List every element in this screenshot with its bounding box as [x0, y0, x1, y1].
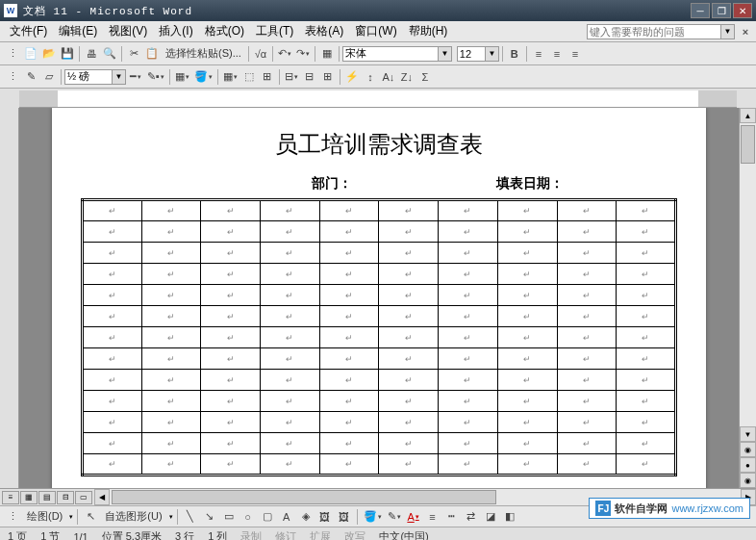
scroll-up-button[interactable]: ▲ — [740, 108, 756, 123]
table-cell[interactable]: ↵ — [261, 264, 320, 285]
table-icon[interactable]: ▦ — [318, 45, 336, 63]
web-view-icon[interactable]: ▦ — [20, 491, 38, 504]
table-cell[interactable]: ↵ — [379, 370, 439, 391]
menu-view[interactable]: 视图(V) — [103, 21, 153, 41]
table-cell[interactable]: ↵ — [83, 221, 142, 243]
table-cell[interactable]: ↵ — [201, 221, 261, 243]
table-cell[interactable]: ↵ — [497, 391, 557, 412]
table-cell[interactable]: ↵ — [439, 370, 498, 391]
table-cell[interactable]: ↵ — [617, 221, 676, 243]
menu-insert[interactable]: 插入(I) — [153, 21, 198, 41]
table-cell[interactable]: ↵ — [319, 243, 379, 264]
table-cell[interactable]: ↵ — [141, 306, 201, 327]
table-cell[interactable]: ↵ — [261, 348, 320, 370]
table-cell[interactable]: ↵ — [439, 391, 498, 412]
table-cell[interactable]: ↵ — [319, 370, 379, 391]
table-cell[interactable]: ↵ — [261, 285, 320, 306]
align-center-icon[interactable]: ≡ — [548, 45, 566, 63]
fill-color-icon[interactable]: 🪣▾ — [362, 508, 384, 526]
table-cell[interactable]: ↵ — [201, 200, 261, 221]
table-cell[interactable]: ↵ — [617, 200, 676, 221]
size-dropdown[interactable]: ▼ — [486, 46, 499, 62]
table-cell[interactable]: ↵ — [141, 412, 201, 433]
table-cell[interactable]: ↵ — [557, 391, 617, 412]
table-cell[interactable]: ↵ — [497, 348, 557, 370]
table-cell[interactable]: ↵ — [83, 370, 142, 391]
draw-table-icon[interactable]: ✎ — [22, 68, 39, 86]
table-cell[interactable]: ↵ — [497, 221, 557, 243]
menu-window[interactable]: 窗口(W) — [349, 21, 402, 41]
table-cell[interactable]: ↵ — [379, 412, 439, 433]
table-cell[interactable]: ↵ — [201, 327, 261, 348]
line-color-icon[interactable]: ✎▾ — [386, 508, 403, 526]
border-icon[interactable]: ▦▾ — [173, 68, 191, 86]
table-cell[interactable]: ↵ — [201, 433, 261, 454]
table-cell[interactable]: ↵ — [261, 391, 320, 412]
table-cell[interactable]: ↵ — [379, 243, 439, 264]
table-cell[interactable]: ↵ — [319, 264, 379, 285]
table-cell[interactable]: ↵ — [617, 370, 676, 391]
table-cell[interactable]: ↵ — [319, 221, 379, 243]
scroll-down-button[interactable]: ▼ — [740, 426, 756, 442]
table-cell[interactable]: ↵ — [319, 391, 379, 412]
align-left-icon[interactable]: ≡ — [530, 45, 547, 63]
table-cell[interactable]: ↵ — [141, 327, 201, 348]
help-dropdown[interactable]: ▼ — [721, 24, 735, 39]
table-cell[interactable]: ↵ — [319, 454, 379, 476]
table-cell[interactable]: ↵ — [83, 412, 142, 433]
table-cell[interactable]: ↵ — [497, 243, 557, 264]
rectangle-icon[interactable]: ▭ — [220, 508, 238, 526]
table-cell[interactable]: ↵ — [557, 221, 617, 243]
cut-icon[interactable]: ✂ — [125, 45, 142, 63]
copy-icon[interactable]: 📋 — [143, 45, 161, 63]
table-cell[interactable]: ↵ — [261, 306, 320, 327]
table-cell[interactable]: ↵ — [201, 348, 261, 370]
table-cell[interactable]: ↵ — [83, 200, 142, 221]
scroll-h-thumb[interactable] — [112, 490, 496, 504]
insert-table-icon[interactable]: ▦▾ — [221, 68, 239, 86]
table-cell[interactable]: ↵ — [557, 327, 617, 348]
handle-icon[interactable]: ⋮ — [4, 45, 21, 63]
scroll-left-button[interactable]: ◀ — [94, 489, 110, 505]
table-cell[interactable]: ↵ — [83, 306, 142, 327]
table-cell[interactable]: ↵ — [261, 243, 320, 264]
table-cell[interactable]: ↵ — [379, 221, 439, 243]
table-cell[interactable]: ↵ — [319, 348, 379, 370]
table-cell[interactable]: ↵ — [557, 433, 617, 454]
table-cell[interactable]: ↵ — [497, 200, 557, 221]
autoformat-icon[interactable]: ⚡ — [343, 68, 361, 86]
outline-view-icon[interactable]: ⊟ — [57, 491, 74, 504]
table-cell[interactable]: ↵ — [141, 391, 201, 412]
table-cell[interactable]: ↵ — [617, 327, 676, 348]
reading-view-icon[interactable]: ▭ — [75, 491, 92, 504]
prev-page-button[interactable]: ◉ — [740, 442, 756, 457]
open-icon[interactable]: 📂 — [40, 45, 58, 63]
table-cell[interactable]: ↵ — [379, 306, 439, 327]
paste-special-button[interactable]: 选择性粘贴(S)... — [162, 46, 245, 61]
table-cell[interactable]: ↵ — [83, 264, 142, 285]
normal-view-icon[interactable]: ≡ — [2, 491, 19, 504]
table-cell[interactable]: ↵ — [379, 200, 439, 221]
handle-icon[interactable]: ⋮ — [4, 508, 21, 526]
menu-help[interactable]: 帮助(H) — [403, 21, 454, 41]
table-cell[interactable]: ↵ — [141, 370, 201, 391]
table-cell[interactable]: ↵ — [261, 200, 320, 221]
table-cell[interactable]: ↵ — [83, 433, 142, 454]
table-cell[interactable]: ↵ — [261, 433, 320, 454]
table-cell[interactable]: ↵ — [557, 285, 617, 306]
textbox-icon[interactable]: ▢ — [259, 508, 276, 526]
table-cell[interactable]: ↵ — [201, 306, 261, 327]
close-button[interactable]: ✕ — [733, 3, 752, 18]
table-cell[interactable]: ↵ — [319, 412, 379, 433]
table-cell[interactable]: ↵ — [261, 412, 320, 433]
table-cell[interactable]: ↵ — [379, 348, 439, 370]
table-cell[interactable]: ↵ — [201, 412, 261, 433]
table-cell[interactable]: ↵ — [201, 285, 261, 306]
table-cell[interactable]: ↵ — [617, 348, 676, 370]
autoshape-menu[interactable]: 自选图形(U) — [101, 509, 165, 524]
table-cell[interactable]: ↵ — [141, 243, 201, 264]
table-cell[interactable]: ↵ — [557, 370, 617, 391]
table-cell[interactable]: ↵ — [557, 243, 617, 264]
table-cell[interactable]: ↵ — [497, 264, 557, 285]
font-dropdown[interactable]: ▼ — [439, 46, 452, 62]
